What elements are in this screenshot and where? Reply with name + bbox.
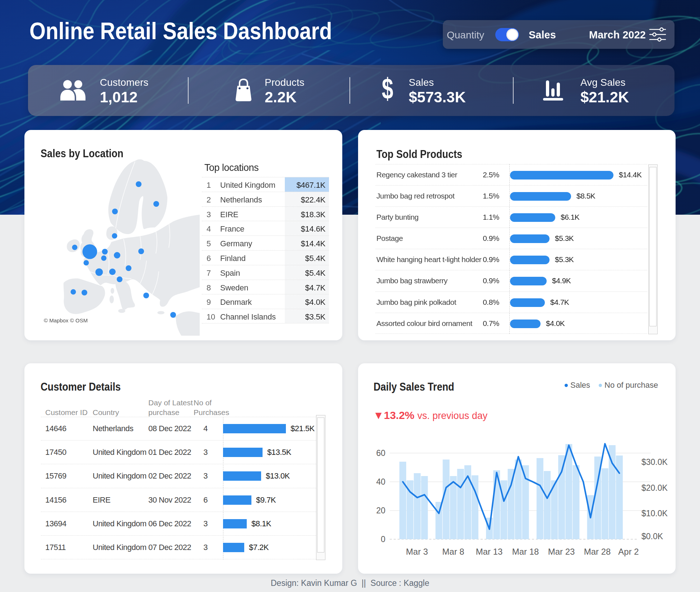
svg-text:$20.0K: $20.0K [641,483,668,493]
svg-text:Mar 3: Mar 3 [406,547,428,556]
svg-text:$30.0K: $30.0K [641,457,668,467]
svg-text:0: 0 [381,535,385,544]
svg-text:$0.0K: $0.0K [641,532,663,541]
svg-text:Mar 28: Mar 28 [584,547,611,556]
svg-text:Mar 13: Mar 13 [476,547,503,556]
svg-text:40: 40 [376,477,385,486]
svg-text:60: 60 [376,448,385,458]
svg-text:Mar 23: Mar 23 [548,547,575,556]
svg-text:Mar 8: Mar 8 [442,547,464,556]
svg-text:Mar 18: Mar 18 [512,547,539,556]
svg-text:20: 20 [376,506,385,515]
svg-text:$10.0K: $10.0K [641,509,668,518]
svg-text:Apr 2: Apr 2 [618,547,639,556]
